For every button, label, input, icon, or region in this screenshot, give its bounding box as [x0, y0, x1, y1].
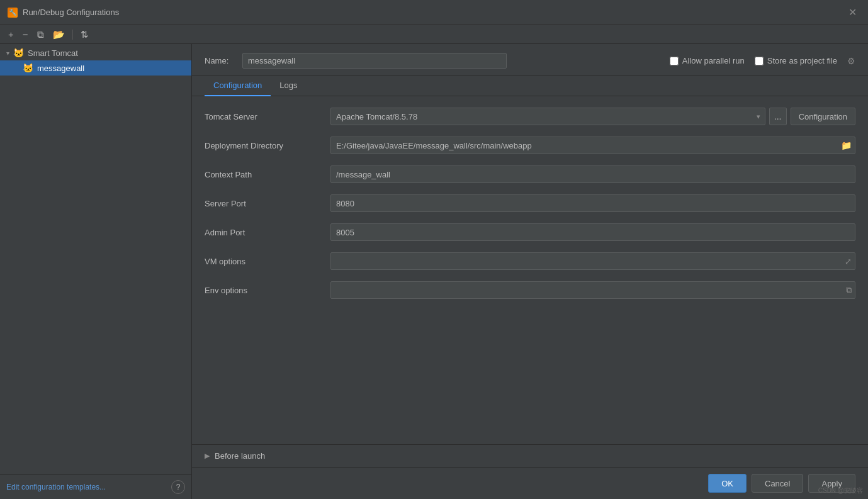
vm-options-row: VM options ⤢ [205, 251, 855, 271]
vm-options-label: VM options [205, 257, 330, 266]
allow-parallel-checkbox-label[interactable]: Allow parallel run [670, 56, 745, 65]
help-button[interactable]: ? [171, 480, 185, 494]
edit-templates-link[interactable]: Edit configuration templates... [6, 483, 106, 491]
admin-port-row: Admin Port [205, 222, 855, 242]
tomcat-browse-button[interactable]: ... [769, 108, 787, 125]
admin-port-input[interactable] [330, 223, 855, 241]
env-options-wrapper: ⧉ [330, 281, 855, 299]
store-as-project-checkbox-label[interactable]: Store as project file [755, 56, 837, 65]
config-content: Tomcat Server Apache Tomcat/8.5.78 ... C… [192, 96, 868, 444]
main-content: ▾ 🐱 Smart Tomcat 🐱 messagewall Edit conf… [0, 44, 868, 499]
context-path-label: Context Path [205, 170, 330, 179]
tomcat-server-field: Apache Tomcat/8.5.78 ... Configuration [330, 108, 855, 125]
tabs-bar: Configuration Logs [192, 76, 868, 96]
admin-port-field [330, 223, 855, 241]
env-options-label: Env options [205, 286, 330, 295]
server-port-label: Server Port [205, 199, 330, 208]
before-launch-label: Before launch [215, 451, 265, 461]
toolbar-divider [72, 30, 73, 40]
folder-browse-button[interactable]: 📁 [841, 140, 852, 150]
tomcat-server-select-wrapper: Apache Tomcat/8.5.78 [330, 108, 765, 125]
dialog-footer: OK Cancel Apply [192, 467, 868, 499]
messagewall-icon: 🐱 [23, 63, 33, 73]
env-options-field: ⧉ [330, 281, 855, 299]
vm-options-wrapper: ⤢ [330, 252, 855, 270]
sort-config-button[interactable]: ⇅ [77, 28, 92, 41]
tomcat-server-select[interactable]: Apache Tomcat/8.5.78 [330, 108, 765, 125]
title-bar-left: 🔧 Run/Debug Configurations [8, 8, 119, 18]
store-as-project-checkbox[interactable] [755, 57, 764, 65]
ok-button[interactable]: OK [708, 474, 747, 493]
chevron-down-icon: ▾ [6, 50, 9, 57]
context-path-row: Context Path [205, 164, 855, 184]
tab-logs[interactable]: Logs [271, 76, 306, 96]
vm-options-field: ⤢ [330, 252, 855, 270]
context-path-field [330, 165, 855, 183]
config-header: Name: Allow parallel run Store as projec… [192, 44, 868, 76]
copy-icon[interactable]: ⧉ [846, 285, 852, 295]
env-options-row: Env options ⧉ [205, 280, 855, 300]
context-path-input[interactable] [330, 165, 855, 183]
name-input[interactable] [242, 53, 507, 69]
sidebar-content: ▾ 🐱 Smart Tomcat 🐱 messagewall [0, 44, 191, 474]
env-options-input[interactable] [330, 281, 855, 299]
header-checkboxes: Allow parallel run Store as project file… [670, 56, 855, 66]
open-config-button[interactable]: 📂 [50, 28, 68, 41]
gear-icon[interactable]: ⚙ [847, 56, 855, 66]
dialog-icon: 🔧 [8, 8, 18, 18]
sidebar-group-label: Smart Tomcat [28, 48, 78, 58]
server-port-field [330, 194, 855, 212]
tab-configuration[interactable]: Configuration [205, 76, 271, 96]
copy-config-button[interactable]: ⧉ [34, 28, 47, 41]
deployment-directory-row: Deployment Directory 📁 [205, 135, 855, 155]
toolbar: + − ⧉ 📂 ⇅ [0, 25, 868, 44]
before-launch-bar: ▶ Before launch [192, 444, 868, 467]
run-debug-dialog: 🔧 Run/Debug Configurations ✕ + − ⧉ 📂 ⇅ ▾… [0, 0, 868, 499]
deployment-directory-label: Deployment Directory [205, 141, 330, 150]
expand-icon[interactable]: ⤢ [845, 257, 852, 266]
tomcat-server-row: Tomcat Server Apache Tomcat/8.5.78 ... C… [205, 106, 855, 126]
before-launch-toggle[interactable]: ▶ [205, 452, 210, 460]
configuration-button[interactable]: Configuration [791, 108, 855, 125]
vm-options-input[interactable] [330, 252, 855, 270]
deployment-directory-field: 📁 [330, 137, 855, 154]
sidebar-footer: Edit configuration templates... ? [0, 474, 191, 499]
title-bar: 🔧 Run/Debug Configurations ✕ [0, 0, 868, 25]
smart-tomcat-icon: 🐱 [13, 48, 24, 58]
allow-parallel-checkbox[interactable] [670, 57, 679, 65]
sidebar-group-smart-tomcat: ▾ 🐱 Smart Tomcat 🐱 messagewall [0, 44, 191, 77]
deployment-directory-input[interactable] [330, 137, 855, 154]
tomcat-server-label: Tomcat Server [205, 112, 330, 121]
sidebar: ▾ 🐱 Smart Tomcat 🐱 messagewall Edit conf… [0, 44, 192, 499]
tab-logs-label: Logs [279, 81, 297, 90]
sidebar-item-label: messagewall [37, 64, 84, 73]
allow-parallel-label: Allow parallel run [682, 56, 745, 65]
remove-config-button[interactable]: − [20, 28, 31, 41]
sidebar-item-messagewall[interactable]: 🐱 messagewall [0, 60, 191, 76]
cancel-button[interactable]: Cancel [752, 474, 803, 493]
sidebar-item-smart-tomcat[interactable]: ▾ 🐱 Smart Tomcat [0, 45, 191, 60]
server-port-input[interactable] [330, 194, 855, 212]
server-port-row: Server Port [205, 193, 855, 213]
add-config-button[interactable]: + [5, 28, 17, 41]
store-as-project-label: Store as project file [767, 56, 837, 65]
right-panel: Name: Allow parallel run Store as projec… [192, 44, 868, 499]
close-button[interactable]: ✕ [845, 5, 860, 20]
deployment-input-wrapper: 📁 [330, 137, 855, 154]
watermark: CSDN @安陵容 [818, 486, 863, 495]
admin-port-label: Admin Port [205, 228, 330, 237]
name-label: Name: [205, 56, 230, 65]
dialog-title: Run/Debug Configurations [23, 8, 119, 17]
tab-configuration-label: Configuration [213, 81, 262, 90]
